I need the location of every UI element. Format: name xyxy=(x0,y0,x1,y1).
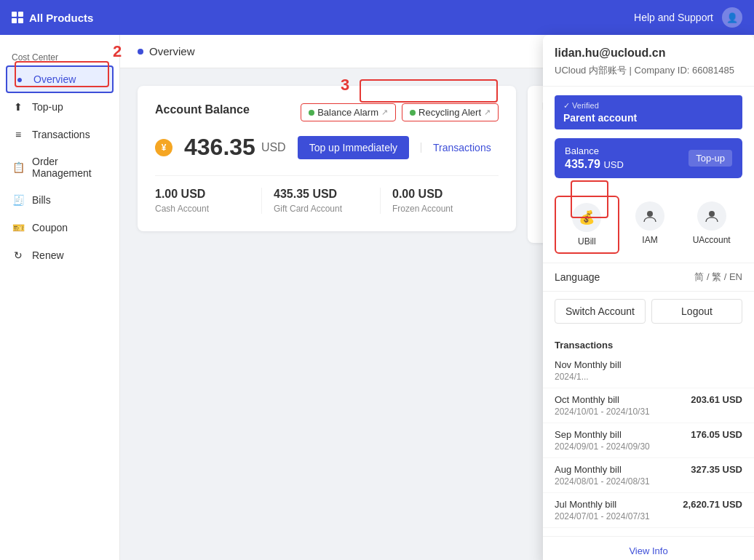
popup-balance-label: Balance xyxy=(565,145,624,156)
breadcrumb-title: Overview xyxy=(149,45,195,57)
recycling-green-dot xyxy=(410,110,416,116)
transactions-link[interactable]: Transactions xyxy=(433,142,491,153)
account-dropdown-popup: lidan.hu@ucloud.cn UCloud 内部账号 | Company… xyxy=(543,35,754,560)
iam-label: IAM xyxy=(642,235,657,245)
trans-item-jun[interactable]: Jun Monthly bill 2024/06/01 - 2024/06/30… xyxy=(543,528,754,536)
popup-topup-button[interactable]: Top-up xyxy=(688,150,732,167)
cash-label: Cash Account xyxy=(155,204,250,214)
balance-amount: 436.35 USD xyxy=(184,134,286,161)
frozen-amount: 0.00 USD xyxy=(392,188,487,201)
renew-icon: ↻ xyxy=(12,249,25,262)
topbar: All Products Help and Support 👤 xyxy=(0,0,754,35)
trans-item-aug[interactable]: Aug Monthly bill 2024/08/01 - 2024/08/31… xyxy=(543,458,754,493)
sidebar-section-title: Cost Center xyxy=(0,47,119,65)
popup-balance-left: Balance 435.79 USD xyxy=(565,145,624,171)
bills-icon: 🧾 xyxy=(12,193,25,207)
switch-account-button[interactable]: Switch Account xyxy=(555,299,646,324)
popup-language-row: Language 简 / 繁 / EN xyxy=(543,263,754,291)
sidebar-item-order-management[interactable]: 📋 Order Management xyxy=(0,148,119,186)
popup-icons-row: 💰 UBill IAM UAccount xyxy=(543,187,754,263)
topbar-left: All Products xyxy=(12,12,93,24)
language-value: 简 / 繁 / EN xyxy=(694,271,742,284)
language-label: Language xyxy=(555,271,600,283)
balance-alarm-label: Balance Alarm xyxy=(317,107,378,118)
trans-item-nov[interactable]: Nov Monthly bill 2024/1... xyxy=(543,353,754,388)
order-icon: 📋 xyxy=(12,161,25,174)
topup-icon: ⬆ xyxy=(12,100,25,113)
sidebar: Cost Center ● Overview ⬆ Top-up ≡ Transa… xyxy=(0,35,120,560)
uaccount-icon xyxy=(697,201,726,231)
trans-item-sep[interactable]: Sep Monthly bill 2024/09/01 - 2024/09/30… xyxy=(543,423,754,458)
topbar-logo[interactable]: All Products xyxy=(29,12,93,24)
alarm-green-dot xyxy=(309,110,314,116)
balance-alarm-badge[interactable]: Balance Alarm ↗ xyxy=(301,103,396,121)
recycling-alert-label: Recycling Alert xyxy=(418,107,481,118)
sidebar-item-coupon[interactable]: 🎫 Coupon xyxy=(0,214,119,241)
topbar-right[interactable]: Help and Support 👤 xyxy=(634,7,742,28)
sidebar-coupon-label: Coupon xyxy=(32,222,68,233)
view-info-link[interactable]: View Info xyxy=(543,536,754,560)
giftcard-account-detail: 435.35 USD Gift Card Account xyxy=(261,188,380,214)
divider xyxy=(421,143,421,153)
external-link-icon: ↗ xyxy=(381,108,388,117)
svg-point-0 xyxy=(647,211,653,217)
sidebar-transactions-label: Transactions xyxy=(32,129,90,140)
frozen-label: Frozen Account xyxy=(392,204,487,214)
popup-header: lidan.hu@ucloud.cn UCloud 内部账号 | Company… xyxy=(543,35,754,87)
grid-icon xyxy=(12,12,23,23)
sidebar-item-overview[interactable]: ● Overview xyxy=(6,65,114,93)
trans-item-jul[interactable]: Jul Monthly bill 2024/07/01 - 2024/07/31… xyxy=(543,493,754,528)
sidebar-topup-label: Top-up xyxy=(32,101,63,113)
topup-immediately-button[interactable]: Top up Immediately xyxy=(298,136,409,159)
parent-account-label: Parent account xyxy=(563,112,734,124)
help-support-link[interactable]: Help and Support xyxy=(634,12,713,23)
iam-icon-item[interactable]: IAM xyxy=(619,196,681,254)
logout-button[interactable]: Logout xyxy=(651,299,742,324)
trans-section-title: Transactions xyxy=(543,332,754,353)
popup-email: lidan.hu@ucloud.cn xyxy=(555,47,742,60)
cash-account-detail: 1.00 USD Cash Account xyxy=(155,188,261,214)
annotation-2: 2 xyxy=(113,42,122,61)
frozen-account-detail: 0.00 USD Frozen Account xyxy=(380,188,499,214)
balance-details: 1.00 USD Cash Account 435.35 USD Gift Ca… xyxy=(155,175,499,214)
recycling-external-link-icon: ↗ xyxy=(484,108,491,117)
popup-actions: Switch Account Logout xyxy=(543,291,754,332)
balance-card-title: Account Balance xyxy=(155,103,250,116)
sidebar-item-renew[interactable]: ↻ Renew xyxy=(0,241,119,269)
popup-balance-value: 435.79 xyxy=(565,158,600,170)
sidebar-overview-label: Overview xyxy=(33,73,76,85)
balance-main: ¥ 436.35 USD Top up Immediately Transact… xyxy=(155,134,499,161)
balance-alerts: Balance Alarm ↗ Recycling Alert ↗ xyxy=(301,103,499,121)
balance-value: 436.35 xyxy=(184,134,255,161)
balance-card: Account Balance Balance Alarm ↗ Recyclin… xyxy=(138,86,516,231)
verified-label: ✓ Verified xyxy=(563,101,734,111)
popup-balance-row: Balance 435.79 USD Top-up xyxy=(555,138,742,178)
balance-unit: USD xyxy=(261,141,286,154)
popup-meta: UCloud 内部账号 | Company ID: 66081485 xyxy=(555,64,742,77)
sidebar-item-topup[interactable]: ⬆ Top-up xyxy=(0,93,119,121)
sidebar-renew-label: Renew xyxy=(32,249,64,261)
sidebar-item-bills[interactable]: 🧾 Bills xyxy=(0,186,119,214)
sidebar-bills-label: Bills xyxy=(32,194,51,206)
sidebar-item-transactions[interactable]: ≡ Transactions xyxy=(0,121,119,148)
trans-item-oct[interactable]: Oct Monthly bill 2024/10/01 - 2024/10/31… xyxy=(543,388,754,423)
transactions-icon: ≡ xyxy=(12,128,25,141)
uaccount-label: UAccount xyxy=(693,235,731,245)
coupon-icon: 🎫 xyxy=(12,221,25,234)
ubill-icon: 💰 xyxy=(572,203,601,232)
coin-icon: ¥ xyxy=(155,139,172,156)
overview-icon: ● xyxy=(13,73,26,86)
giftcard-amount: 435.35 USD xyxy=(274,188,368,201)
avatar[interactable]: 👤 xyxy=(722,7,742,28)
annotation-3: 3 xyxy=(341,76,349,95)
recycling-alert-badge[interactable]: Recycling Alert ↗ xyxy=(402,103,499,121)
popup-balance-amount: 435.79 USD xyxy=(565,158,624,171)
ubill-label: UBill xyxy=(578,236,596,247)
popup-verified-banner: ✓ Verified Parent account xyxy=(555,95,742,129)
popup-balance-unit: USD xyxy=(603,159,623,170)
sidebar-order-label: Order Management xyxy=(32,156,108,179)
breadcrumb-dot xyxy=(138,49,143,55)
giftcard-label: Gift Card Account xyxy=(274,204,368,214)
ubill-icon-item[interactable]: 💰 UBill xyxy=(555,196,619,254)
uaccount-icon-item[interactable]: UAccount xyxy=(680,196,742,254)
